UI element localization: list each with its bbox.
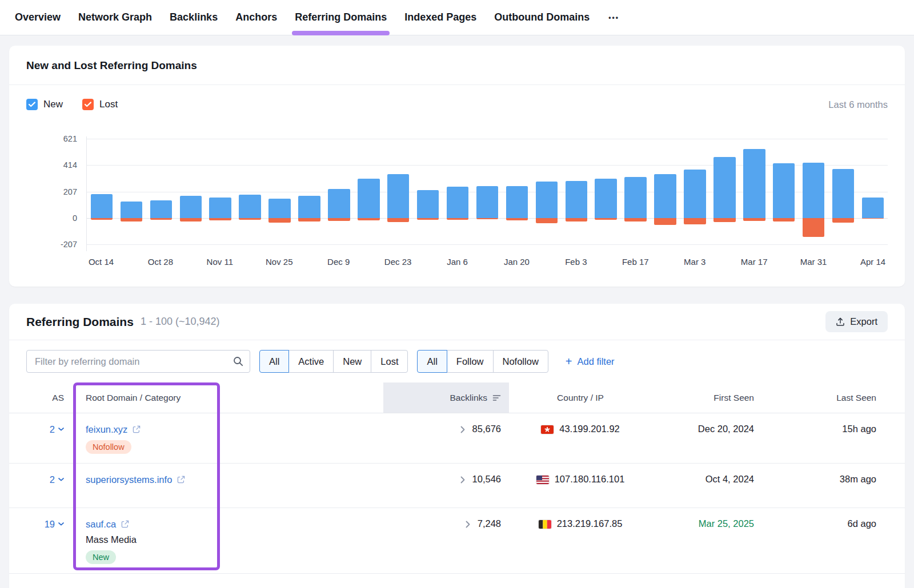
tab-indexed-pages[interactable]: Indexed Pages <box>403 0 478 35</box>
checkbox-lost-checked-icon[interactable] <box>82 99 94 110</box>
as-dropdown[interactable]: 2 <box>50 474 64 485</box>
legend-lost-toggle[interactable]: Lost <box>82 99 118 110</box>
check-icon <box>85 102 91 107</box>
chevron-down-icon <box>58 522 64 526</box>
date-range-label: Last 6 months <box>828 99 888 110</box>
x-axis-tick-label: Nov 11 <box>207 257 233 267</box>
first-seen-value: Oct 4, 2024 <box>705 474 754 485</box>
tab-outbound-domains[interactable]: Outbound Domains <box>493 0 591 35</box>
referring-domains-header: Referring Domains 1 - 100 (~10,942) Expo… <box>9 304 905 340</box>
bar-lost-referring-domains <box>684 218 705 224</box>
y-axis-tick-label: 0 <box>73 214 77 223</box>
search-button[interactable] <box>228 352 248 370</box>
y-axis-tick-label: -207 <box>61 240 77 249</box>
filter-status-new[interactable]: New <box>333 350 371 373</box>
external-link-icon[interactable] <box>121 520 129 528</box>
add-filter-button[interactable]: + Add filter <box>566 356 615 367</box>
check-icon <box>29 102 35 107</box>
plus-icon: + <box>566 356 572 367</box>
external-link-icon[interactable] <box>133 425 141 433</box>
tab-label: Network Graph <box>78 11 152 23</box>
tab-referring-domains[interactable]: Referring Domains <box>294 0 388 35</box>
x-axis-tick-label: Mar 31 <box>800 257 827 267</box>
backlinks-value: 10,546 <box>472 474 501 485</box>
domain-link[interactable]: superiorsystems.info <box>86 474 172 485</box>
bar-lost-referring-domains <box>803 218 824 237</box>
chart-legend: New Lost Last 6 months <box>26 98 888 111</box>
filter-follow-nofollow[interactable]: Nofollow <box>493 350 548 373</box>
filter-status-all[interactable]: All <box>259 350 289 373</box>
bar-new-referring-domains <box>624 177 646 218</box>
legend-new-toggle[interactable]: New <box>26 99 63 110</box>
chevron-right-icon[interactable] <box>460 474 465 485</box>
table-row: 2superiorsystems.info10,546107.180.116.1… <box>9 464 905 508</box>
bar-lost-referring-domains <box>595 218 616 220</box>
chart-body: New Lost Last 6 months 6214142070-207 Oc… <box>9 85 905 287</box>
chevron-down-icon <box>58 428 64 431</box>
country-cell: 107.180.116.101 <box>509 464 652 485</box>
bar-new-referring-domains <box>298 196 320 218</box>
first-seen-cell: Dec 20, 2024 <box>652 413 769 434</box>
bar-new-referring-domains <box>743 149 765 218</box>
x-axis-tick-label: Jan 20 <box>504 257 530 267</box>
bar-new-referring-domains <box>150 200 172 218</box>
export-button[interactable]: Export <box>825 311 888 332</box>
tab-overview[interactable]: Overview <box>14 0 62 35</box>
header-backlinks[interactable]: Backlinks <box>383 382 509 413</box>
as-cell: 19 <box>9 508 72 530</box>
bar-lost-referring-domains <box>239 218 260 220</box>
bar-lost-referring-domains <box>624 218 646 221</box>
active-tab-underline <box>292 31 390 35</box>
chevron-right-icon[interactable] <box>466 518 470 530</box>
bar-lost-referring-domains <box>298 218 320 221</box>
bar-lost-referring-domains <box>209 218 231 220</box>
domain-link[interactable]: sauf.ca <box>86 519 116 530</box>
bar-lost-referring-domains <box>654 218 676 225</box>
nofollow-badge: Nofollow <box>86 440 131 454</box>
ip-address: 107.180.116.101 <box>555 474 625 485</box>
gridline <box>87 165 888 166</box>
checkbox-new-checked-icon[interactable] <box>26 99 38 110</box>
filter-status-lost[interactable]: Lost <box>371 350 408 373</box>
filter-status-active[interactable]: Active <box>288 350 334 373</box>
filter-follow-all[interactable]: All <box>417 350 447 373</box>
tab-label: Backlinks <box>170 11 218 23</box>
bar-new-referring-domains <box>536 182 558 218</box>
as-cell: 2 <box>9 464 72 485</box>
tab-anchors[interactable]: Anchors <box>234 0 278 35</box>
header-country-ip: Country / IP <box>509 382 652 413</box>
last-seen-cell: 38m ago <box>769 464 876 485</box>
bar-lost-referring-domains <box>743 218 765 221</box>
as-dropdown[interactable]: 2 <box>50 424 64 435</box>
tab-backlinks[interactable]: Backlinks <box>169 0 219 35</box>
domain-link[interactable]: feixun.xyz <box>86 424 127 435</box>
bar-new-referring-domains <box>476 186 498 218</box>
header-backlinks-label: Backlinks <box>450 393 487 403</box>
referring-domains-card: Referring Domains 1 - 100 (~10,942) Expo… <box>9 304 905 588</box>
first-seen-value: Dec 20, 2024 <box>698 424 754 434</box>
search-icon <box>233 356 243 367</box>
filter-follow-follow[interactable]: Follow <box>447 350 494 373</box>
filter-input-wrap <box>26 350 250 373</box>
bar-lost-referring-domains <box>91 218 113 220</box>
as-dropdown[interactable]: 19 <box>45 518 64 530</box>
domain-filter-input[interactable] <box>26 350 250 373</box>
as-cell: 2 <box>9 413 72 435</box>
country-cell: 43.199.201.92 <box>509 413 652 435</box>
external-link-icon[interactable] <box>177 476 185 484</box>
tab-label: Indexed Pages <box>404 11 476 23</box>
segmented-status: AllActiveNewLost <box>259 350 408 373</box>
chevron-right-icon[interactable] <box>460 424 465 435</box>
y-axis-tick-label: 414 <box>63 160 77 170</box>
bar-lost-referring-domains <box>328 218 350 221</box>
legend-lost-label: Lost <box>99 99 118 110</box>
backlinks-value: 85,676 <box>472 424 501 434</box>
referring-domains-title: Referring Domains <box>26 315 134 329</box>
tab-network-graph[interactable]: Network Graph <box>77 0 153 35</box>
more-tabs-button[interactable]: ••• <box>606 10 622 25</box>
domain-cell: superiorsystems.info <box>72 464 383 494</box>
export-upload-icon <box>836 317 845 327</box>
chart-x-axis: Oct 14Oct 28Nov 11Nov 25Dec 9Dec 23Jan 6… <box>86 251 888 272</box>
bar-lost-referring-domains <box>180 218 202 221</box>
bar-new-referring-domains <box>684 170 705 218</box>
